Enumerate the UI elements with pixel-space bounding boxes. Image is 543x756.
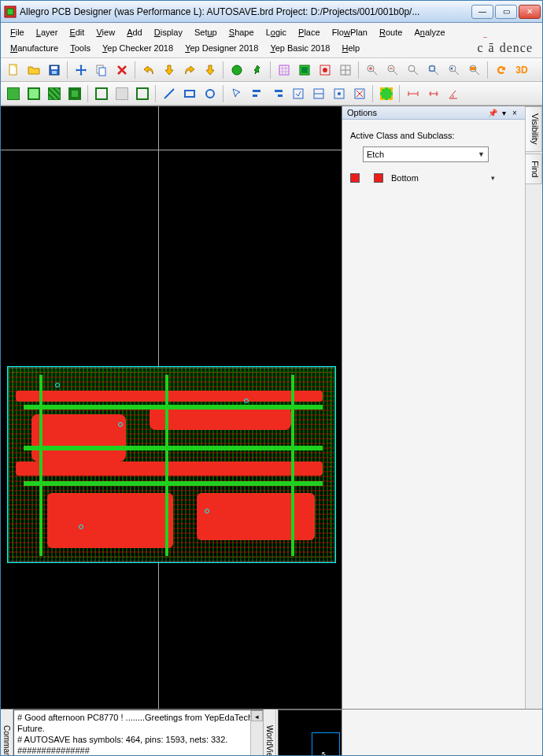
grid-toggle-button[interactable]	[336, 61, 355, 80]
move-button[interactable]	[72, 61, 90, 80]
svg-rect-22	[471, 67, 475, 70]
subclass-dropdown[interactable]: Bottom ▾	[388, 170, 498, 186]
menu-place[interactable]: Place	[294, 24, 325, 40]
align-right-button[interactable]	[268, 84, 287, 103]
command-panel-tab[interactable]: Command	[1, 710, 13, 756]
shape-edit-3-button[interactable]	[330, 84, 349, 103]
highlight-sel-button[interactable]	[377, 84, 396, 103]
shape-fill-1-button[interactable]	[4, 84, 23, 103]
menu-edit[interactable]: Edit	[65, 24, 89, 40]
menu-view[interactable]: View	[91, 24, 120, 40]
down-arrow-1-button[interactable]	[160, 61, 179, 80]
pcb-board	[7, 366, 336, 563]
globe-button[interactable]	[227, 61, 246, 80]
app-icon	[4, 6, 17, 18]
tab-visibility[interactable]: Visibility	[526, 106, 542, 152]
tab-find[interactable]: Find	[526, 154, 542, 184]
menu-flowplan[interactable]: FlowPlan	[327, 24, 372, 40]
svg-rect-19	[430, 66, 434, 71]
worldview-panel[interactable]: ↖	[278, 710, 342, 756]
redo-button[interactable]	[180, 61, 199, 80]
command-scrollbar[interactable]: ◂ ▸	[250, 710, 263, 756]
zoom-selection-button[interactable]	[465, 61, 484, 80]
dim-horiz-2-button[interactable]	[424, 84, 443, 103]
svg-rect-5	[52, 71, 57, 74]
options-panel: Options 📌 ▾ × Active Class and Subclass:…	[342, 106, 542, 709]
options-panel-header[interactable]: Options 📌 ▾ ×	[342, 106, 525, 120]
3d-view-button[interactable]: 3D	[512, 61, 531, 80]
menu-logic[interactable]: Logic	[261, 24, 291, 40]
layer-view-button[interactable]	[295, 61, 314, 80]
active-class-label: Active Class and Subclass:	[350, 131, 517, 140]
menu-display[interactable]: Display	[150, 24, 187, 40]
command-log[interactable]: ◂ ▸ # Good afternoon PC8770 ! ........Gr…	[13, 710, 264, 756]
class-dropdown[interactable]: Etch ▼	[363, 146, 489, 162]
open-button[interactable]	[24, 61, 43, 80]
class-dropdown-value: Etch	[367, 150, 384, 159]
worldview-panel-tab[interactable]: WorldView	[264, 710, 276, 756]
draw-rect-button[interactable]	[180, 84, 199, 103]
shape-outline-1-button[interactable]	[92, 84, 111, 103]
bottom-right-filler	[342, 709, 542, 756]
menu-route[interactable]: Route	[375, 24, 407, 40]
menu-add[interactable]: Add	[122, 24, 147, 40]
crosshair-horizontal	[1, 150, 342, 150]
delete-button[interactable]	[113, 61, 131, 80]
shape-fill-4-button[interactable]	[65, 84, 84, 103]
shape-fill-3-button[interactable]	[45, 84, 64, 103]
pushpin-button[interactable]	[248, 61, 267, 80]
menu-file[interactable]: File	[6, 24, 29, 40]
menu-yep-designer[interactable]: Yep Designer 2018	[180, 40, 263, 56]
close-button[interactable]: ✕	[519, 5, 541, 19]
highlight-button[interactable]	[316, 61, 334, 80]
draw-line-button[interactable]	[160, 84, 179, 103]
align-left-button[interactable]	[248, 84, 267, 103]
shape-outline-2-button[interactable]	[133, 84, 152, 103]
panel-menu-icon[interactable]: ▾	[498, 109, 509, 117]
zoom-in-button[interactable]	[363, 61, 382, 80]
dim-horiz-button[interactable]	[404, 84, 423, 103]
zoom-fit-button[interactable]	[404, 61, 423, 80]
grid-snap-button[interactable]	[275, 61, 294, 80]
save-button[interactable]	[45, 61, 64, 80]
zoom-out-button[interactable]	[383, 61, 402, 80]
panel-close-icon[interactable]: ×	[509, 109, 520, 117]
draw-circle-button[interactable]	[201, 84, 220, 103]
toolbar-main: 3D	[1, 58, 542, 82]
shape-fill-2-button[interactable]	[24, 84, 43, 103]
panel-pin-icon[interactable]: 📌	[487, 109, 498, 117]
dim-angle-button[interactable]	[445, 84, 464, 103]
menu-layer[interactable]: Layer	[31, 24, 63, 40]
shape-edit-1-button[interactable]	[289, 84, 308, 103]
menu-yep-basic[interactable]: Yep Basic 2018	[265, 40, 334, 56]
scroll-left-icon[interactable]: ◂	[251, 710, 263, 721]
refresh-button[interactable]	[492, 61, 511, 80]
menu-manufacture[interactable]: Manufacture	[6, 40, 63, 56]
menu-shape[interactable]: Shape	[224, 24, 259, 40]
subclass-color-swatch[interactable]	[374, 173, 383, 183]
design-canvas[interactable]	[1, 106, 342, 709]
zoom-window-button[interactable]	[424, 61, 443, 80]
menu-help[interactable]: Help	[337, 40, 364, 56]
maximize-button[interactable]: ▭	[495, 5, 517, 19]
select-arrow-button[interactable]	[227, 84, 246, 103]
down-arrow-2-button[interactable]	[201, 61, 220, 80]
svg-rect-4	[51, 66, 57, 69]
shape-edit-2-button[interactable]	[309, 84, 328, 103]
shape-warn-button[interactable]	[350, 84, 369, 103]
copy-button[interactable]	[92, 61, 111, 80]
menu-yep-checker[interactable]: Yep Checker 2018	[98, 40, 178, 56]
svg-point-24	[206, 90, 214, 98]
zoom-prev-button[interactable]	[445, 61, 464, 80]
menu-bar: File Layer Edit View Add Display Setup S…	[1, 23, 542, 58]
menu-tools[interactable]: Tools	[65, 40, 95, 56]
subclass-dropdown-value: Bottom	[391, 173, 419, 183]
menu-analyze[interactable]: Analyze	[409, 24, 449, 40]
minimize-button[interactable]: —	[471, 5, 493, 19]
shape-disabled-button	[113, 84, 131, 103]
visibility-swatch[interactable]	[350, 173, 360, 183]
worldview-cursor-icon: ↖	[321, 750, 327, 756]
new-file-button[interactable]	[4, 61, 23, 80]
undo-button[interactable]	[139, 61, 158, 80]
menu-setup[interactable]: Setup	[190, 24, 222, 40]
